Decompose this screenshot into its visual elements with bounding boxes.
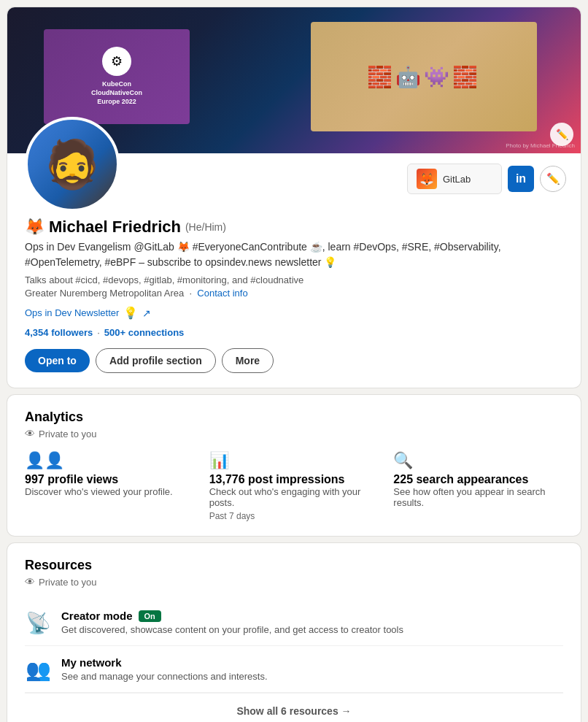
company-badge[interactable]: 🦊 GitLab	[407, 164, 502, 194]
my-network-icon: 👥	[25, 658, 51, 682]
post-impressions-sub: Past 7 days	[209, 511, 379, 521]
creator-mode-badge: On	[139, 610, 161, 622]
edit-profile-button[interactable]: ✏️	[540, 166, 566, 192]
search-appearances-label: See how often you appear in search resul…	[393, 486, 563, 508]
company-name: GitLab	[443, 174, 471, 185]
post-impressions-label: Check out who's engaging with your posts…	[209, 486, 379, 508]
lego-figures: 🧱🤖👾🧱	[367, 65, 481, 89]
profile-name-block: 🦊 Michael Friedrich (He/Him)	[25, 218, 563, 237]
resources-title: Resources	[25, 558, 563, 573]
pronouns: (He/Him)	[185, 221, 226, 233]
newsletter-emoji: 💡	[123, 306, 138, 320]
newsletter-row: Ops in Dev Newsletter 💡 ↗	[25, 306, 563, 320]
avatar: 🧔	[25, 117, 120, 212]
profile-headline: Ops in Dev Evangelism @GitLab 🦊 #Everyon…	[25, 239, 563, 270]
profile-name: 🦊 Michael Friedrich (He/Him)	[25, 218, 563, 237]
linkedin-icon: in	[508, 166, 534, 192]
profile-info-section: 🧔 🦊 GitLab in ✏️ 🦊 Michael Friedr	[7, 153, 581, 388]
profile-views-label: Discover who's viewed your profile.	[25, 486, 195, 497]
profile-talks: Talks about #cicd, #devops, #gitlab, #mo…	[25, 274, 563, 285]
name-emoji: 🦊	[25, 218, 45, 237]
kubecon-logo: ⚙	[102, 47, 131, 76]
contact-info-link[interactable]: Contact info	[197, 288, 247, 299]
eye-icon: 👁	[25, 428, 35, 439]
connections-link[interactable]: 500+ connections	[104, 327, 184, 338]
analytics-card: Analytics 👁 Private to you 👤👤 997 profil…	[7, 395, 581, 536]
analytics-search-appearances[interactable]: 🔍 225 search appearances See how often y…	[393, 451, 563, 521]
my-network-title: My network	[61, 656, 122, 669]
post-impressions-icon: 📊	[209, 451, 229, 470]
name-text: Michael Friedrich	[49, 218, 181, 237]
profile-views-stat: 997 profile views	[25, 473, 195, 486]
more-button[interactable]: More	[222, 348, 274, 373]
creator-mode-description: Get discovered, showcase content on your…	[61, 624, 403, 635]
creator-mode-item[interactable]: 📡 Creator mode On Get discovered, showca…	[25, 599, 563, 646]
action-buttons: Open to Add profile section More	[25, 348, 563, 373]
creator-mode-text: Creator mode On Get discovered, showcase…	[61, 610, 403, 635]
analytics-profile-views[interactable]: 👤👤 997 profile views Discover who's view…	[25, 451, 195, 521]
show-all-resources-label: Show all 6 resources →	[236, 705, 351, 717]
analytics-grid: 👤👤 997 profile views Discover who's view…	[25, 451, 563, 521]
creator-mode-title: Creator mode	[61, 610, 133, 622]
resources-eye-icon: 👁	[25, 576, 35, 588]
external-link-icon[interactable]: ↗	[142, 307, 151, 319]
add-profile-section-button[interactable]: Add profile section	[96, 348, 216, 373]
avatar-wrapper: 🧔	[25, 117, 120, 212]
profile-name-row: 🦊 Michael Friedrich (He/Him)	[25, 218, 563, 237]
creator-mode-icon: 📡	[25, 611, 51, 635]
banner-text: KubeConCloudNativeConEurope 2022	[91, 80, 142, 106]
analytics-post-impressions[interactable]: 📊 13,776 post impressions Check out who'…	[209, 451, 379, 521]
search-appearances-stat: 225 search appearances	[393, 473, 563, 486]
profile-location: Greater Nuremberg Metropolitan Area · Co…	[25, 288, 563, 299]
analytics-title: Analytics	[25, 410, 563, 425]
profile-card: ⚙ KubeConCloudNativeConEurope 2022 🧱🤖👾🧱 …	[7, 7, 581, 388]
open-to-button[interactable]: Open to	[25, 349, 90, 372]
my-network-item[interactable]: 👥 My network See and manage your connect…	[25, 646, 563, 693]
conference-banner-right: 🧱🤖👾🧱	[311, 22, 537, 131]
company-logo: 🦊	[417, 169, 437, 189]
avatar-image: 🧔	[43, 141, 101, 188]
profile-views-icon: 👤👤	[25, 451, 64, 470]
my-network-text: My network See and manage your connectio…	[61, 656, 268, 682]
followers-row: 4,354 followers · 500+ connections	[25, 327, 563, 338]
show-all-resources-button[interactable]: Show all 6 resources →	[25, 693, 563, 722]
resources-card: Resources 👁 Private to you 📡 Creator mod…	[7, 543, 581, 722]
conference-banner-left: ⚙ KubeConCloudNativeConEurope 2022	[44, 29, 190, 124]
profile-actions-top: 🦊 GitLab in ✏️	[407, 164, 566, 194]
analytics-private-label: 👁 Private to you	[25, 428, 563, 439]
my-network-description: See and manage your connections and inte…	[61, 671, 268, 682]
newsletter-link[interactable]: Ops in Dev Newsletter	[25, 307, 119, 318]
followers-link[interactable]: 4,354 followers	[25, 327, 93, 338]
search-appearances-icon: 🔍	[393, 451, 413, 470]
resources-private-label: 👁 Private to you	[25, 576, 563, 588]
post-impressions-stat: 13,776 post impressions	[209, 473, 379, 486]
edit-cover-button[interactable]: ✏️	[550, 123, 573, 146]
